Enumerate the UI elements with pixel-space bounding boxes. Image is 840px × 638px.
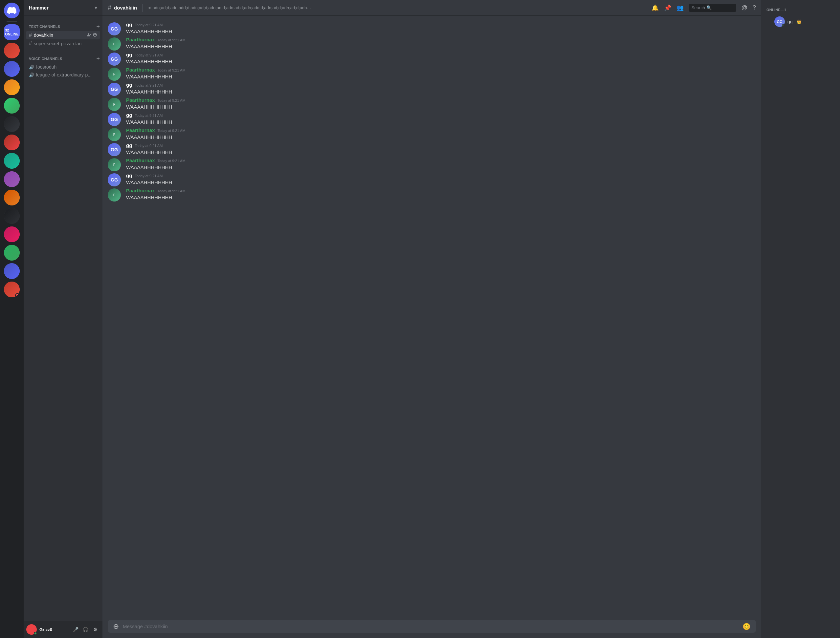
- messages-area[interactable]: GGggToday at 9:21 AMWAAAAHHHHHHHH😊⋮PPaar…: [103, 16, 761, 620]
- channel-name-foosroduh: foosroduh: [36, 64, 97, 69]
- voice-channels-category[interactable]: VOICE CHANNELS +: [24, 51, 103, 63]
- message-header: PaarthurnaxToday at 9:21 AM: [126, 37, 756, 42]
- message-text: WAAAAHHHHHHHH: [126, 164, 756, 171]
- message-text: WAAAAHHHHHHHH: [126, 58, 756, 65]
- message-author[interactable]: Paarthurnax: [126, 158, 155, 163]
- message-group: PPaarthurnaxToday at 9:21 AMWAAAAHHHHHHH…: [103, 36, 761, 51]
- server-icon-2[interactable]: [4, 61, 20, 77]
- user-avatar: [26, 624, 37, 635]
- message-group: PPaarthurnaxToday at 9:21 AMWAAAAHHHHHHH…: [103, 96, 761, 112]
- message-timestamp: Today at 9:21 AM: [134, 84, 163, 87]
- server-badge: 3: [15, 293, 20, 297]
- message-timestamp: Today at 9:21 AM: [158, 189, 185, 193]
- server-icon-8[interactable]: [4, 171, 20, 187]
- message-content: PaarthurnaxToday at 9:21 AMWAAAAHHHHHHHH: [126, 67, 756, 81]
- online-section-title: ONLINE—1: [766, 8, 835, 12]
- message-avatar: P: [108, 128, 121, 141]
- channel-actions: [87, 33, 97, 38]
- message-author[interactable]: Paarthurnax: [126, 67, 155, 73]
- message-group: PPaarthurnaxToday at 9:21 AMWAAAAHHHHHHH…: [103, 157, 761, 172]
- bell-icon[interactable]: 🔔: [652, 4, 659, 11]
- at-icon[interactable]: @: [742, 4, 747, 11]
- message-content: ggToday at 9:21 AMWAAAAHHHHHHHH: [126, 52, 756, 66]
- message-author[interactable]: gg: [126, 142, 132, 148]
- server-dropdown-chevron: ▾: [95, 5, 97, 11]
- message-author[interactable]: gg: [126, 52, 132, 57]
- pin-icon[interactable]: 📌: [664, 4, 671, 11]
- message-text: WAAAAHHHHHHHH: [126, 148, 756, 156]
- channel-hash-icon: #: [108, 4, 111, 11]
- message-avatar: P: [108, 188, 121, 202]
- message-header: ggToday at 9:21 AM: [126, 52, 756, 57]
- message-group: GGggToday at 9:21 AMWAAAAHHHHHHHH😊⋮: [103, 81, 761, 96]
- message-author[interactable]: Paarthurnax: [126, 37, 155, 42]
- server-icon-6[interactable]: [4, 134, 20, 150]
- search-bar[interactable]: Search 🔍: [689, 4, 736, 12]
- message-header: PaarthurnaxToday at 9:21 AM: [126, 127, 756, 133]
- members-icon[interactable]: 👥: [677, 4, 684, 11]
- deafen-button[interactable]: 🎧: [81, 625, 90, 634]
- server-header[interactable]: Hammer ▾: [24, 0, 103, 16]
- help-icon[interactable]: ?: [753, 4, 756, 11]
- user-area: Grizz0 🎤 🎧 ⚙: [24, 621, 103, 638]
- message-content: ggToday at 9:21 AMWAAAAHHHHHHHH: [126, 22, 756, 35]
- message-group: PPaarthurnaxToday at 9:21 AMWAAAAHHHHHHH…: [103, 127, 761, 142]
- message-author[interactable]: Paarthurnax: [126, 97, 155, 103]
- message-content: ggToday at 9:21 AMWAAAAHHHHHHHH: [126, 112, 756, 126]
- message-timestamp: Today at 9:21 AM: [158, 98, 185, 103]
- channel-topic: :d;adn;ad;d;adn;add;d;adn;ad;d;adn;ad;d;…: [148, 5, 312, 10]
- user-settings-button[interactable]: ⚙: [91, 625, 100, 634]
- add-voice-channel-button[interactable]: +: [96, 56, 100, 62]
- text-channels-category[interactable]: TEXT CHANNELS +: [24, 18, 103, 31]
- channel-settings-icon[interactable]: [93, 33, 97, 38]
- message-group: PPaarthurnaxToday at 9:21 AMWAAAAHHHHHHH…: [103, 66, 761, 81]
- message-avatar: P: [108, 68, 121, 81]
- server-icon-10[interactable]: [4, 208, 20, 224]
- message-text: WAAAAHHHHHHHH: [126, 73, 756, 80]
- message-author[interactable]: gg: [126, 82, 132, 88]
- emoji-button[interactable]: 😊: [742, 622, 751, 630]
- message-author[interactable]: gg: [126, 22, 132, 27]
- message-author[interactable]: gg: [126, 112, 132, 118]
- member-gg[interactable]: GG gg 👑: [769, 14, 832, 29]
- message-header: PaarthurnaxToday at 9:21 AM: [126, 158, 756, 163]
- channel-league[interactable]: 🔊 league-of-extraordinary-p...: [26, 71, 100, 79]
- add-text-channel-button[interactable]: +: [96, 24, 100, 30]
- message-text: WAAAAHHHHHHHH: [126, 43, 756, 50]
- member-crown-icon: 👑: [797, 19, 802, 24]
- message-header: PaarthurnaxToday at 9:21 AM: [126, 97, 756, 103]
- server-icon-3[interactable]: [4, 79, 20, 95]
- channel-foosroduh[interactable]: 🔊 foosroduh: [26, 63, 100, 71]
- server-icon-5[interactable]: [4, 116, 20, 132]
- server-icon-11[interactable]: [4, 226, 20, 242]
- add-member-icon[interactable]: [87, 33, 91, 38]
- message-timestamp: Today at 9:21 AM: [158, 38, 185, 42]
- server-icon-4[interactable]: [4, 98, 20, 114]
- channel-pizza[interactable]: # super-secret-pizza-clan: [26, 39, 100, 48]
- server-icon-13[interactable]: [4, 263, 20, 279]
- server-icon-12[interactable]: [4, 245, 20, 261]
- text-channel-icon-2: #: [29, 41, 32, 47]
- server-icon-7[interactable]: [4, 153, 20, 169]
- message-content: PaarthurnaxToday at 9:21 AMWAAAAHHHHHHHH: [126, 188, 756, 202]
- server-icon-main[interactable]: 32ONLINE: [4, 24, 20, 40]
- user-online-dot: [34, 632, 37, 635]
- message-author[interactable]: Paarthurnax: [126, 127, 155, 133]
- server-icon-1[interactable]: [4, 43, 20, 58]
- message-avatar: GG: [108, 22, 121, 35]
- discord-home-button[interactable]: [4, 3, 20, 18]
- message-author[interactable]: gg: [126, 173, 132, 178]
- server-icon-14[interactable]: 3: [4, 281, 20, 297]
- message-input[interactable]: [123, 620, 739, 633]
- chat-header: # dovahkiin :d;adn;ad;d;adn;add;d;adn;ad…: [103, 0, 761, 16]
- message-header: PaarthurnaxToday at 9:21 AM: [126, 188, 756, 193]
- message-header: ggToday at 9:21 AM: [126, 142, 756, 148]
- voice-channel-icon: 🔊: [29, 65, 34, 69]
- add-attachment-button[interactable]: ⊕: [113, 622, 119, 631]
- message-author[interactable]: Paarthurnax: [126, 188, 155, 193]
- channel-dovahkiin[interactable]: # dovahkiin: [26, 31, 100, 39]
- mute-button[interactable]: 🎤: [71, 625, 80, 634]
- server-name: Hammer: [29, 5, 49, 11]
- server-icon-9[interactable]: [4, 190, 20, 205]
- header-divider: [142, 4, 142, 12]
